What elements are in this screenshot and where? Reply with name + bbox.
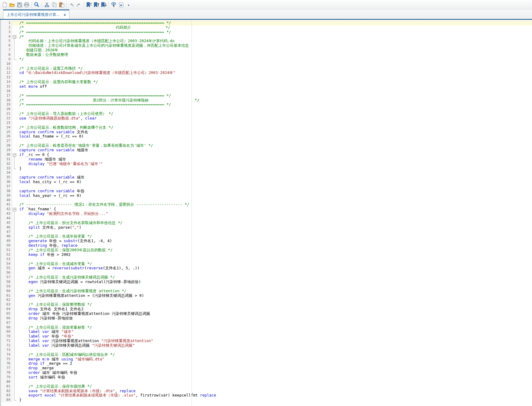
code-text[interactable]: /* 第1部分：计算市级污染转移指标 */ bbox=[19, 98, 532, 103]
code-text[interactable]: /* 上市公司提示：设置工作路径 */ bbox=[19, 66, 532, 71]
code-line[interactable]: 64 drop 文件名 文件名1 文件名2 bbox=[1, 307, 532, 312]
code-text[interactable] bbox=[19, 184, 532, 189]
code-line[interactable]: 55 gen 城市 = reverse(substr(reverse(文件名1)… bbox=[1, 266, 532, 271]
code-line[interactable]: 30if _rc == 0 { bbox=[1, 153, 532, 157]
new-file-button[interactable] bbox=[1, 1, 8, 8]
code-text[interactable]: order 城市 年份 污染转移重视度attention 污染转移关键词总词频 bbox=[19, 312, 532, 316]
code-line[interactable]: 83 export excel "计算结果未剔除未缩尾版本（市级）.xlsx",… bbox=[1, 393, 532, 398]
code-text[interactable] bbox=[19, 216, 532, 221]
code-text[interactable]: destring 年份, replace bbox=[19, 243, 532, 248]
code-line[interactable]: 54 /* 上市公司提示：生成城市变量 */ bbox=[1, 262, 532, 266]
code-text[interactable]: order 城市 城市编码 年份 bbox=[19, 371, 532, 375]
code-editor[interactable]: 1/* ====================================… bbox=[0, 20, 532, 406]
code-line[interactable]: 71 label var 污染转移重视度attention "污染转移重视度at… bbox=[1, 339, 532, 343]
code-line[interactable]: 22use "污染转移词频原始数据.dta", clear bbox=[1, 116, 532, 121]
code-text[interactable]: merge m:m 城市 using "城市编码.dta" bbox=[19, 357, 532, 362]
code-line[interactable]: 33} bbox=[1, 166, 532, 171]
code-text[interactable] bbox=[19, 121, 532, 125]
code-text[interactable]: keep if 年份 > 2002 bbox=[19, 253, 532, 257]
code-text[interactable]: if `has_fname' { bbox=[19, 207, 532, 212]
code-line[interactable]: 41/* -------------------- 情况1：存在文件名字段，需要… bbox=[1, 202, 532, 207]
code-line[interactable]: 4/* bbox=[1, 35, 532, 39]
code-text[interactable]: local has_year = (_rc == 0) bbox=[19, 194, 532, 198]
code-line[interactable]: 57 /* 上市公司提示：生成污染转移关键词总词频 */ bbox=[1, 275, 532, 280]
code-line[interactable]: 69 label var 城市 "城市" bbox=[1, 330, 532, 334]
code-text[interactable]: 代码名称：上市公司污染转移重视度（市级匹配上市公司）2003-2024年计算代码… bbox=[19, 39, 532, 43]
code-line[interactable]: 46 split 文件名, parse(",") bbox=[1, 225, 532, 230]
code-text[interactable]: local has_city = (_rc == 0) bbox=[19, 180, 532, 184]
code-text[interactable]: drop _merge bbox=[19, 366, 532, 371]
code-text[interactable]: /* 上市公司提示：添加变量标签 */ bbox=[19, 325, 532, 330]
code-line[interactable]: 9*/ bbox=[1, 57, 532, 62]
code-line[interactable]: 11/* 上市公司提示：设置工作路径 */ bbox=[1, 66, 532, 71]
code-text[interactable]: gen 城市 = reverse(substr(reverse(文件名1), 5… bbox=[19, 266, 532, 271]
code-text[interactable]: save "计算结果未剔除未缩尾版本（市级）.dta", replace bbox=[19, 389, 532, 393]
code-line[interactable]: 79 sort 城市编码 年份 bbox=[1, 375, 532, 380]
code-line[interactable]: 73 bbox=[1, 348, 532, 352]
code-text[interactable]: label var 污染转移关键词总词频 "污染转移关键词总词频" bbox=[19, 343, 532, 348]
tab-do-file[interactable]: 上市公司污染转移重视度计算... × bbox=[3, 9, 69, 19]
code-text[interactable] bbox=[19, 75, 532, 80]
code-line[interactable]: 32 display "已将'地级市'重命名为'城市'" bbox=[1, 162, 532, 166]
code-line[interactable]: 40 bbox=[1, 198, 532, 203]
code-text[interactable]: capture confirm variable 地级市 bbox=[19, 148, 532, 153]
code-line[interactable]: 12cd "d:\BaiduNetdiskDownload\污染转移重视度（市级… bbox=[1, 71, 532, 75]
code-line[interactable]: 43 display "检测到文件名字段，开始拆分..." bbox=[1, 212, 532, 216]
code-text[interactable]: /* =====================================… bbox=[19, 21, 532, 25]
code-text[interactable]: /* 上市公司提示：生成污染转移关键词总词频 */ bbox=[19, 275, 532, 280]
code-line[interactable]: 17/* ===================================… bbox=[1, 94, 532, 98]
code-text[interactable]: } bbox=[19, 166, 532, 171]
code-text[interactable]: /* =====================================… bbox=[19, 94, 532, 98]
code-text[interactable]: 功能描述：上市公司计算各城市及上市公司的污染转移重视度及词频，并匹配上市公司基本… bbox=[19, 43, 532, 48]
code-text[interactable]: /* 上市公司提示：生成城市变量 */ bbox=[19, 262, 532, 266]
code-line[interactable]: 19/* ===================================… bbox=[1, 102, 532, 107]
print-button[interactable] bbox=[23, 1, 30, 8]
code-line[interactable]: 24/* 上市公司提示：检查数据结构，判断走哪个分支 */ bbox=[1, 125, 532, 130]
code-text[interactable]: */ bbox=[19, 57, 532, 62]
code-line[interactable]: 77 drop _merge bbox=[1, 366, 532, 371]
code-line[interactable]: 23 bbox=[1, 121, 532, 125]
code-line[interactable]: 27 bbox=[1, 139, 532, 143]
code-text[interactable]: use "污染转移词频原始数据.dta", clear bbox=[19, 116, 532, 121]
fold-collapse-icon[interactable] bbox=[13, 153, 16, 157]
code-text[interactable]: } bbox=[19, 398, 532, 402]
code-text[interactable]: capture confirm variable 年份 bbox=[19, 189, 532, 194]
code-text[interactable]: drop 污染转移-异地排放 bbox=[19, 316, 532, 321]
save-button[interactable] bbox=[16, 1, 23, 8]
bookmark-previous-button[interactable] bbox=[93, 1, 100, 8]
fold-column[interactable] bbox=[12, 35, 19, 39]
tab-close-icon[interactable]: × bbox=[64, 13, 66, 17]
code-line[interactable]: 53 bbox=[1, 257, 532, 262]
code-line[interactable]: 74 /* 上市公司提示：匹配城市编码以便后续合并 */ bbox=[1, 352, 532, 357]
code-text[interactable]: /* -------------------- 情况1：存在文件名字段，需要拆分… bbox=[19, 202, 532, 207]
open-folder-button[interactable] bbox=[8, 1, 16, 8]
code-line[interactable]: 38capture confirm variable 年份 bbox=[1, 189, 532, 194]
cut-button[interactable] bbox=[43, 1, 50, 8]
code-line[interactable]: 82 save "计算结果未剔除未缩尾版本（市级）.dta", replace bbox=[1, 389, 532, 393]
code-text[interactable] bbox=[19, 380, 532, 384]
code-line[interactable]: 76 drop if _merge == 2 bbox=[1, 361, 532, 366]
code-line[interactable]: 10 bbox=[1, 62, 532, 66]
code-line[interactable]: 31 rename 地级市 城市 bbox=[1, 157, 532, 162]
code-line[interactable]: 52 keep if 年份 > 2002 bbox=[1, 253, 532, 257]
code-line[interactable]: 58 egen 污染转移关键词总词频 = rowtotal(污染转移-异地排放) bbox=[1, 280, 532, 284]
code-line[interactable]: 60 /* 上市公司提示：生成污染转移重视度 attention */ bbox=[1, 289, 532, 293]
code-line[interactable]: 1/* ====================================… bbox=[1, 21, 532, 25]
fold-collapse-icon[interactable] bbox=[13, 208, 16, 211]
code-line[interactable]: 2/* 代码简介 */ bbox=[1, 25, 532, 30]
code-line[interactable]: 56 bbox=[1, 271, 532, 275]
code-text[interactable] bbox=[19, 257, 532, 262]
code-line[interactable]: 21/* 上市公司提示：导入原始数据（上市公司使用） */ bbox=[1, 112, 532, 116]
code-line[interactable]: 18/* 第1部分：计算市级污染转移指标 */ bbox=[1, 98, 532, 103]
code-line[interactable]: 34 bbox=[1, 171, 532, 175]
code-line[interactable]: 16 bbox=[1, 89, 532, 94]
code-text[interactable]: display "检测到文件名字段，开始拆分..." bbox=[19, 212, 532, 216]
code-line[interactable]: 25capture confirm variable 文件名 bbox=[1, 130, 532, 135]
code-line[interactable]: 72 label var 污染转移关键词总词频 "污染转移关键词总词频" bbox=[1, 343, 532, 348]
code-line[interactable]: 42if `has_fname' { bbox=[1, 207, 532, 212]
code-text[interactable]: rename 地级市 城市 bbox=[19, 157, 532, 162]
code-text[interactable]: /* 上市公司提示：匹配城市编码以便后续合并 */ bbox=[19, 352, 532, 357]
code-line[interactable]: 68 /* 上市公司提示：添加变量标签 */ bbox=[1, 325, 532, 330]
code-text[interactable]: /* 上市公司提示：生成年份变量 */ bbox=[19, 234, 532, 239]
fold-column[interactable] bbox=[12, 153, 19, 157]
